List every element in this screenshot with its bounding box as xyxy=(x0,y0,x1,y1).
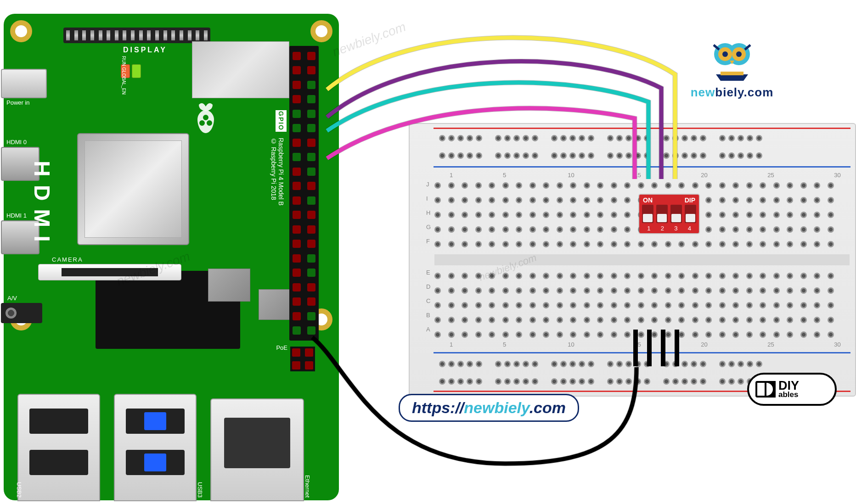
av-label: A/V xyxy=(7,295,17,302)
row-label: A xyxy=(426,326,430,333)
gpio-label: GPIO xyxy=(276,110,287,132)
led-label: RUN GLOBAL_EN xyxy=(121,56,126,95)
dip-on-label: ON xyxy=(643,196,653,204)
poe-label: PoE xyxy=(276,344,287,351)
usb2-port-icon xyxy=(17,394,100,501)
url-suffix: .com xyxy=(529,399,566,416)
hdmi1-label: HDMI 1 xyxy=(6,212,27,219)
breadboard-gap xyxy=(434,254,850,265)
ethernet-port-icon xyxy=(210,398,304,501)
row-label: F xyxy=(426,238,430,245)
gpio-header xyxy=(289,46,319,341)
power-rail-blue xyxy=(434,166,850,168)
mount-hole-icon xyxy=(10,20,32,42)
hdmi-big-label: HDMI xyxy=(29,161,55,250)
poe-header-icon xyxy=(290,347,315,371)
dip-number: 3 xyxy=(669,225,683,232)
power-rail-top xyxy=(434,129,850,164)
breadboard: 151015202530 151015202530 JIHGF EDCBA ON… xyxy=(409,123,856,397)
power-port-icon xyxy=(1,69,47,98)
url-brand: newbiely xyxy=(464,399,529,416)
dip-dip-label: DIP xyxy=(685,196,695,204)
diyables-logo: DIY ables xyxy=(747,373,837,406)
raspberry-pi-board: DISPLAY RUN GLOBAL_EN Power in HDMI 0 HD… xyxy=(4,14,339,500)
usb3-port-icon xyxy=(114,394,197,501)
column-labels: 151015202530 xyxy=(445,172,850,179)
eth-label: Ethernet xyxy=(304,475,311,498)
audio-jack-icon xyxy=(1,303,42,323)
diyables-icon xyxy=(755,381,776,398)
power-rail-red xyxy=(434,128,850,129)
dip-switch: ON DIP 1234 xyxy=(639,195,699,233)
usb-controller-icon xyxy=(208,269,250,302)
svg-point-5 xyxy=(722,51,728,57)
source-url: https://newbiely.com xyxy=(399,394,579,422)
row-label: B xyxy=(426,312,430,319)
usb2-label: USB2 xyxy=(16,482,23,498)
newbiely-logo-text: newbiely.com xyxy=(691,85,774,100)
pi-model-text: Raspberry Pi 4 Model B © Raspberry Pi 20… xyxy=(270,138,285,206)
url-prefix: https:// xyxy=(412,399,464,416)
row-label: H xyxy=(426,209,430,216)
owl-icon xyxy=(707,37,757,83)
camera-connector-icon xyxy=(38,264,181,280)
dip-switch-3 xyxy=(670,205,682,223)
dip-number: 1 xyxy=(642,225,656,232)
dip-number: 2 xyxy=(656,225,670,232)
dip-number: 4 xyxy=(683,225,697,232)
row-label: G xyxy=(426,224,431,230)
dip-switch-1 xyxy=(642,205,653,223)
dip-switch-4 xyxy=(685,205,696,223)
svg-rect-0 xyxy=(721,72,743,75)
power-rail-blue xyxy=(434,352,850,353)
power-label: Power in xyxy=(6,99,30,106)
act-led-icon xyxy=(132,64,141,78)
row-label: C xyxy=(426,297,430,304)
display-connector xyxy=(63,28,210,43)
row-label: E xyxy=(426,269,430,276)
newbiely-logo: newbiely.com xyxy=(686,37,778,100)
row-label: D xyxy=(426,283,430,290)
wiring-diagram: DISPLAY RUN GLOBAL_EN Power in HDMI 0 HD… xyxy=(0,0,856,504)
row-label: J xyxy=(426,181,429,188)
watermark: newbiely.com xyxy=(331,19,408,59)
display-label: DISPLAY xyxy=(123,46,167,54)
mount-hole-icon xyxy=(310,20,332,42)
wifi-shield xyxy=(192,41,289,98)
diy-text-small: ables xyxy=(778,391,799,398)
camera-label: CAMERA xyxy=(52,256,83,263)
raspberry-logo-icon xyxy=(192,101,220,135)
usb3-label: USB3 xyxy=(197,482,203,498)
dip-switch-2 xyxy=(656,205,668,223)
row-label: I xyxy=(426,195,428,202)
cpu-chip-icon xyxy=(77,133,189,245)
hdmi0-label: HDMI 0 xyxy=(6,139,27,146)
column-labels: 151015202530 xyxy=(445,341,850,348)
svg-point-6 xyxy=(736,51,742,57)
